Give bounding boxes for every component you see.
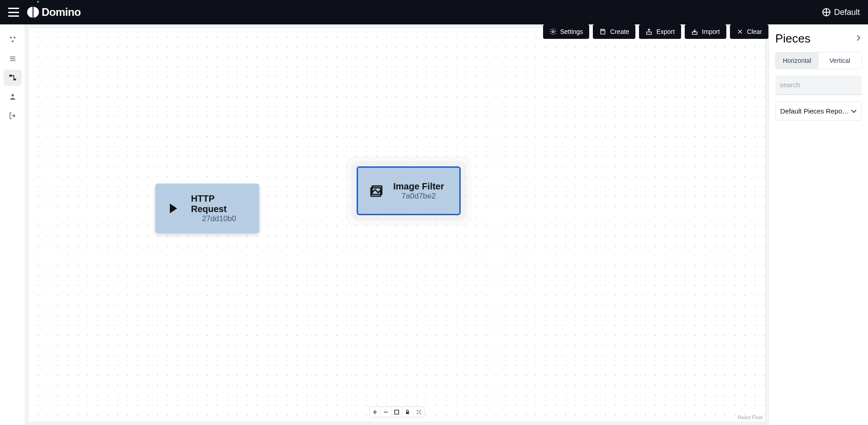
tab-horizontal[interactable]: Horizontal bbox=[776, 52, 819, 69]
lock-icon bbox=[405, 410, 410, 415]
canvas-attribution: React Flow bbox=[738, 415, 763, 420]
svg-point-8 bbox=[11, 94, 14, 96]
svg-rect-7 bbox=[13, 79, 16, 80]
node-id: 27dd10b0 bbox=[202, 214, 236, 223]
clear-button[interactable]: Clear bbox=[730, 24, 768, 39]
repository-select[interactable]: Default Pieces Reposit… bbox=[775, 101, 862, 121]
svg-rect-16 bbox=[406, 411, 409, 414]
user-icon bbox=[8, 92, 17, 101]
svg-rect-10 bbox=[602, 29, 604, 31]
chevron-down-icon bbox=[851, 108, 857, 114]
minus-icon bbox=[383, 410, 388, 415]
close-icon bbox=[736, 28, 744, 35]
topbar: Domino Default bbox=[0, 0, 868, 24]
orientation-tabs: Horizontal Vertical bbox=[775, 52, 862, 69]
globe-icon bbox=[822, 8, 830, 16]
create-button[interactable]: Create bbox=[593, 24, 635, 39]
brand-dot-icon bbox=[37, 1, 39, 3]
svg-point-1 bbox=[14, 37, 15, 38]
zoom-out-button[interactable] bbox=[381, 407, 391, 417]
rail-item-editor[interactable] bbox=[4, 70, 22, 86]
export-label: Export bbox=[656, 28, 674, 35]
node-labels: HTTP Request 27dd10b0 bbox=[191, 194, 247, 223]
create-label: Create bbox=[610, 28, 629, 35]
export-button[interactable]: Export bbox=[639, 24, 681, 39]
terminal-icon bbox=[167, 201, 182, 216]
rail-item-workflows[interactable] bbox=[4, 32, 22, 48]
svg-point-2 bbox=[11, 40, 13, 42]
rail-item-logout[interactable] bbox=[4, 108, 22, 124]
nodes-icon bbox=[8, 35, 17, 44]
svg-point-9 bbox=[552, 31, 554, 33]
collapse-button[interactable] bbox=[413, 407, 424, 417]
canvas-area: Settings Create Export Import Clear bbox=[25, 24, 768, 425]
import-button[interactable]: Import bbox=[685, 24, 726, 39]
panel-header: Pieces bbox=[775, 32, 862, 46]
collapse-panel-button[interactable] bbox=[855, 35, 862, 43]
save-icon bbox=[599, 28, 606, 35]
main-row: Settings Create Export Import Clear bbox=[0, 24, 868, 425]
repository-selected: Default Pieces Reposit… bbox=[780, 107, 851, 115]
chevron-right-icon bbox=[855, 35, 862, 41]
panel-title: Pieces bbox=[775, 32, 811, 46]
fit-icon bbox=[394, 410, 399, 415]
workspace-name: Default bbox=[834, 8, 860, 17]
node-http-request[interactable]: HTTP Request 27dd10b0 bbox=[155, 184, 259, 233]
node-image-filter[interactable]: Image Filter 7a0d7be2 bbox=[357, 166, 461, 215]
zoom-in-button[interactable] bbox=[370, 407, 381, 417]
canvas-mini-controls bbox=[369, 406, 424, 417]
logout-icon bbox=[8, 111, 17, 120]
list-icon bbox=[8, 54, 17, 63]
svg-rect-11 bbox=[647, 32, 652, 34]
import-label: Import bbox=[702, 28, 720, 35]
flow-canvas[interactable]: HTTP Request 27dd10b0 Image Filter 7a0d7… bbox=[28, 27, 766, 422]
tab-vertical[interactable]: Vertical bbox=[819, 52, 862, 69]
node-labels: Image Filter 7a0d7be2 bbox=[393, 181, 444, 201]
import-icon bbox=[691, 28, 698, 35]
svg-point-0 bbox=[10, 37, 11, 38]
menu-icon[interactable] bbox=[8, 8, 19, 17]
svg-rect-6 bbox=[9, 75, 12, 76]
gear-icon bbox=[549, 28, 557, 35]
canvas-toolbar: Settings Create Export Import Clear bbox=[543, 24, 768, 39]
lock-button[interactable] bbox=[402, 407, 413, 417]
flow-icon bbox=[8, 73, 17, 82]
workspace-switcher[interactable]: Default bbox=[822, 8, 860, 17]
settings-label: Settings bbox=[560, 28, 583, 35]
brand-name: Domino bbox=[42, 6, 81, 19]
plus-icon bbox=[372, 410, 377, 415]
topbar-left: Domino bbox=[8, 6, 81, 19]
rail-item-list[interactable] bbox=[4, 51, 22, 67]
search-input[interactable] bbox=[780, 81, 857, 89]
export-icon bbox=[645, 28, 653, 35]
pieces-panel: Pieces Horizontal Vertical Default Piece… bbox=[768, 24, 868, 425]
node-title: HTTP Request bbox=[191, 194, 247, 214]
node-title: Image Filter bbox=[393, 181, 444, 192]
left-rail bbox=[0, 24, 25, 425]
fit-view-button[interactable] bbox=[391, 407, 402, 417]
search-field[interactable] bbox=[775, 76, 862, 95]
collapse-icon bbox=[416, 410, 421, 415]
rail-item-user[interactable] bbox=[4, 89, 22, 105]
brand-mark-icon bbox=[27, 7, 39, 18]
brand-logo[interactable]: Domino bbox=[27, 6, 81, 19]
image-icon bbox=[370, 184, 384, 198]
node-id: 7a0d7be2 bbox=[401, 192, 436, 201]
dot-grid bbox=[29, 28, 765, 422]
svg-rect-15 bbox=[395, 410, 399, 414]
clear-label: Clear bbox=[747, 28, 762, 35]
settings-button[interactable]: Settings bbox=[543, 24, 590, 39]
